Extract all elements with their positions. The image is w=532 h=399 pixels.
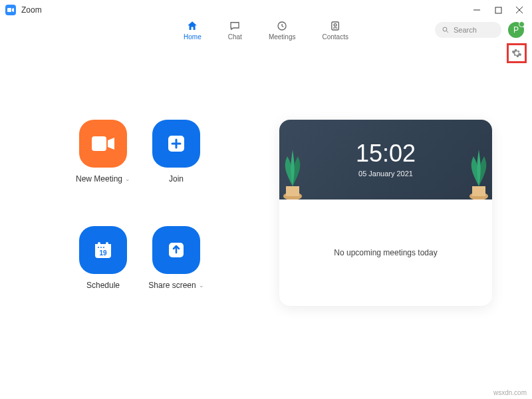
tab-meetings[interactable]: Meetings — [269, 20, 296, 41]
svg-rect-2 — [495, 7, 501, 13]
main-content: New Meeting ⌄ Join 19 Schedule Share scr… — [0, 40, 532, 306]
avatar-initial: P — [513, 25, 519, 35]
tab-meetings-label: Meetings — [269, 33, 296, 41]
new-meeting-label: New Meeting ⌄ — [76, 174, 130, 184]
minimize-button[interactable] — [472, 5, 481, 15]
plant-decoration-right — [452, 140, 492, 200]
gear-icon — [511, 48, 522, 59]
chevron-down-icon: ⌄ — [199, 282, 204, 289]
schedule-label: Schedule — [86, 281, 120, 290]
app-icon — [5, 5, 16, 15]
svg-line-9 — [447, 31, 449, 33]
join-label: Join — [169, 174, 184, 184]
svg-rect-26 — [472, 186, 485, 196]
tab-chat-label: Chat — [228, 33, 242, 41]
no-meetings-text: No upcoming meetings today — [334, 248, 437, 257]
svg-point-18 — [98, 247, 99, 248]
svg-rect-0 — [7, 8, 11, 12]
top-nav: Home Chat Meetings Contacts Search P — [0, 20, 532, 40]
tab-contacts[interactable]: Contacts — [322, 20, 348, 41]
search-icon — [442, 26, 450, 34]
settings-button[interactable] — [510, 47, 523, 60]
share-screen-button[interactable]: Share screen ⌄ — [140, 226, 213, 306]
svg-point-16 — [98, 242, 100, 245]
plant-decoration-left — [279, 140, 319, 200]
clock-time: 15:02 — [356, 142, 416, 166]
tab-chat[interactable]: Chat — [228, 20, 242, 41]
svg-rect-24 — [286, 186, 299, 196]
chevron-down-icon: ⌄ — [125, 176, 130, 182]
calendar-icon: 19 — [79, 226, 127, 274]
clock-date: 05 January 2021 — [358, 170, 413, 178]
search-placeholder: Search — [454, 26, 477, 34]
contacts-icon — [329, 20, 341, 32]
zoom-logo-icon — [7, 8, 14, 12]
footer-text: wsxdn.com — [493, 389, 527, 396]
svg-point-8 — [443, 27, 447, 31]
titlebar: Zoom — [0, 0, 532, 20]
window-controls — [472, 5, 524, 15]
new-meeting-button[interactable]: New Meeting ⌄ — [66, 120, 140, 200]
tab-contacts-label: Contacts — [322, 33, 348, 41]
chat-icon — [229, 20, 241, 32]
clock-icon — [276, 20, 288, 32]
join-button[interactable]: Join — [140, 120, 213, 200]
svg-point-7 — [334, 23, 336, 26]
svg-point-20 — [103, 247, 104, 248]
svg-point-19 — [100, 247, 102, 248]
upcoming-card: 15:02 05 January 2021 No upcoming meetin… — [279, 120, 492, 306]
plus-icon — [152, 120, 200, 168]
settings-highlight — [507, 43, 527, 63]
action-grid: New Meeting ⌄ Join 19 Schedule Share scr… — [66, 120, 213, 306]
schedule-button[interactable]: 19 Schedule — [66, 226, 140, 306]
tab-home[interactable]: Home — [184, 20, 201, 41]
maximize-button[interactable] — [493, 5, 503, 15]
svg-point-17 — [106, 242, 108, 245]
tab-home-label: Home — [184, 33, 201, 41]
video-icon — [79, 120, 127, 168]
home-icon — [186, 20, 198, 32]
share-icon — [152, 226, 200, 274]
search-input[interactable]: Search — [435, 22, 501, 38]
svg-text:19: 19 — [99, 249, 107, 257]
svg-rect-10 — [92, 136, 106, 151]
nav-right: Search P — [435, 22, 524, 38]
share-screen-label: Share screen ⌄ — [148, 281, 203, 290]
upcoming-body: No upcoming meetings today — [279, 200, 492, 306]
window-title: Zoom — [21, 5, 472, 15]
nav-tabs: Home Chat Meetings Contacts — [184, 20, 348, 41]
avatar[interactable]: P — [508, 22, 524, 38]
svg-rect-15 — [95, 244, 111, 248]
close-button[interactable] — [515, 5, 524, 15]
clock-panel: 15:02 05 January 2021 — [279, 120, 492, 200]
